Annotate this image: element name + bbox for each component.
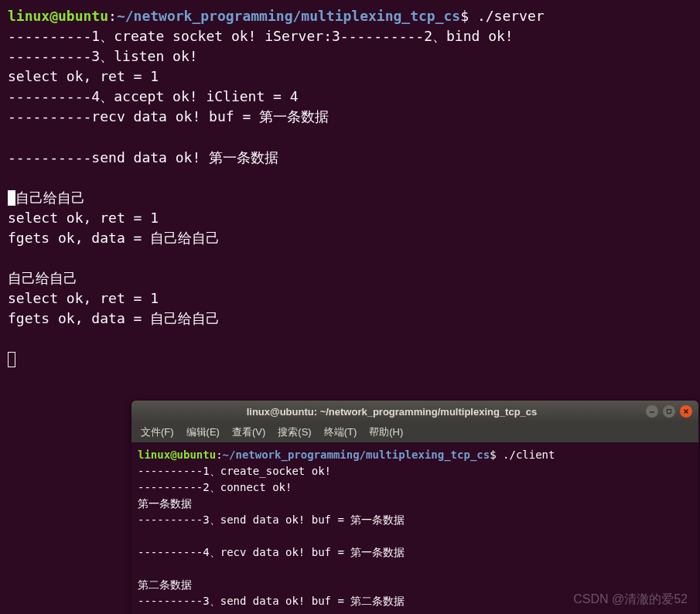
main-terminal[interactable]: linux@ubuntu:~/network_programming/multi… — [0, 0, 700, 376]
menu-search[interactable]: 搜索(S) — [273, 424, 316, 441]
svg-rect-1 — [668, 410, 671, 414]
output-line: ----------send data ok! 第一条数据 — [8, 148, 692, 168]
output-line: 自己给自己 — [8, 188, 692, 208]
output-line: ----------2、connect ok! — [138, 479, 692, 496]
prompt-path: ~/network_programming/multiplexing_tcp_c… — [117, 8, 460, 24]
cursor-icon — [8, 190, 15, 206]
output-line: 第一条数据 — [138, 496, 692, 512]
output-line: fgets ok, data = 自己给自己 — [8, 309, 692, 329]
output-line — [8, 168, 692, 188]
menu-terminal[interactable]: 终端(T) — [319, 424, 362, 441]
prompt-dollar: $ — [460, 8, 477, 24]
output-line — [8, 248, 692, 268]
prompt-command: ./server — [477, 8, 545, 24]
output-line: ----------3、listen ok! — [8, 46, 692, 67]
close-icon — [683, 408, 689, 414]
titlebar[interactable]: linux@ubuntu: ~/network_programming/mult… — [131, 401, 698, 422]
output-line: 自己给自己 — [8, 268, 692, 288]
watermark: CSDN @清澈的爱52 — [573, 592, 688, 608]
menu-edit[interactable]: 编辑(E) — [182, 424, 224, 441]
close-button[interactable] — [680, 405, 692, 418]
cursor-box-icon — [8, 352, 15, 367]
output-line: ----------4、recv data ok! buf = 第一条数据 — [138, 544, 692, 561]
output-line — [8, 329, 692, 350]
input-text: 自己给自己 — [15, 189, 85, 206]
prompt-line: linux@ubuntu:~/network_programming/multi… — [138, 447, 692, 463]
output-line: ----------3、send data ok! buf = 第一条数据 — [138, 512, 692, 528]
output-line: select ok, ret = 1 — [8, 288, 692, 309]
prompt-colon: : — [216, 449, 222, 461]
menu-view[interactable]: 查看(V) — [227, 424, 270, 441]
prompt-path: ~/network_programming/multiplexing_tcp_c… — [223, 449, 490, 461]
prompt-colon: : — [108, 8, 117, 24]
window-title: linux@ubuntu: ~/network_programming/mult… — [138, 406, 646, 418]
maximize-button[interactable] — [663, 405, 675, 418]
output-line: ----------1、create socket ok! iServer:3-… — [8, 26, 692, 46]
prompt-user-host: linux@ubuntu — [8, 8, 108, 24]
minimize-icon — [649, 408, 655, 414]
output-line: ----------recv data ok! buf = 第一条数据 — [8, 107, 692, 127]
menu-help[interactable]: 帮助(H) — [364, 424, 408, 441]
output-line: 第二条数据 — [138, 577, 692, 593]
window-controls — [646, 405, 692, 418]
prompt-user-host: linux@ubuntu — [138, 449, 216, 461]
output-line — [8, 350, 692, 370]
output-line — [8, 128, 692, 148]
output-line: ----------4、accept ok! iClient = 4 — [8, 87, 692, 107]
prompt-dollar: $ — [490, 449, 503, 461]
menubar: 文件(F) 编辑(E) 查看(V) 搜索(S) 终端(T) 帮助(H) — [131, 422, 698, 442]
output-line: ----------1、create_socket ok! — [138, 463, 692, 479]
output-line: fgets ok, data = 自己给自己 — [8, 228, 692, 248]
maximize-icon — [666, 408, 672, 414]
prompt-line: linux@ubuntu:~/network_programming/multi… — [8, 6, 692, 26]
menu-file[interactable]: 文件(F) — [136, 424, 179, 441]
prompt-command: ./client — [503, 449, 555, 461]
output-line: select ok, ret = 1 — [8, 208, 692, 228]
output-line: select ok, ret = 1 — [8, 67, 692, 87]
client-terminal-window: linux@ubuntu: ~/network_programming/mult… — [131, 401, 698, 614]
client-terminal[interactable]: linux@ubuntu:~/network_programming/multi… — [131, 442, 698, 614]
minimize-button[interactable] — [646, 405, 658, 418]
output-line — [138, 528, 692, 544]
output-line — [138, 561, 692, 577]
